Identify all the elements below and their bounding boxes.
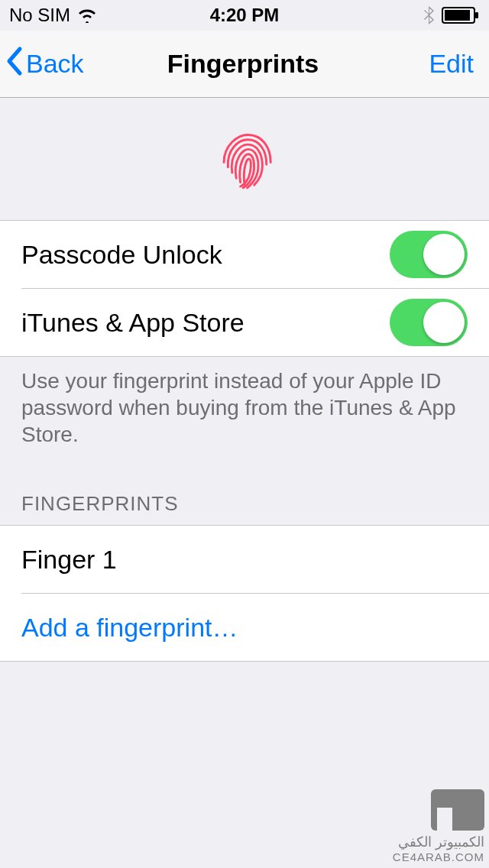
back-label: Back [26, 49, 84, 79]
svg-rect-2 [475, 12, 478, 18]
settings-group-fingerprints: Finger 1 Add a fingerprint… [0, 525, 489, 662]
nav-bar: Back Fingerprints Edit [0, 31, 489, 98]
status-time: 4:20 PM [210, 5, 280, 26]
watermark-line2: CE4ARAB.COM [393, 850, 484, 863]
watermark: الكمبيوتر الكفي CE4ARAB.COM [393, 789, 484, 863]
bluetooth-icon [423, 5, 436, 25]
row-fingerprint-1[interactable]: Finger 1 [0, 526, 489, 593]
edit-button[interactable]: Edit [429, 49, 481, 79]
add-fingerprint-label: Add a fingerprint… [21, 613, 238, 643]
chevron-left-icon [5, 46, 24, 83]
battery-icon [442, 7, 480, 24]
watermark-logo-icon [431, 789, 484, 831]
section-header-fingerprints: FINGERPRINTS [0, 471, 489, 525]
fingerprint-hero [0, 98, 489, 220]
fingerprint-icon [210, 125, 279, 193]
svg-rect-1 [445, 10, 470, 21]
row-label: Passcode Unlock [21, 240, 222, 270]
row-add-fingerprint[interactable]: Add a fingerprint… [0, 594, 489, 661]
page-title: Fingerprints [167, 49, 319, 79]
settings-group-toggles: Passcode Unlock iTunes & App Store [0, 220, 489, 357]
row-label: Finger 1 [21, 545, 117, 575]
status-bar: No SIM 4:20 PM [0, 0, 489, 31]
row-itunes-appstore: iTunes & App Store [0, 289, 489, 356]
carrier-label: No SIM [9, 5, 70, 26]
back-button[interactable]: Back [5, 46, 84, 83]
row-label: iTunes & App Store [21, 308, 244, 338]
wifi-icon [76, 8, 98, 23]
toggle-passcode-unlock[interactable] [390, 231, 468, 278]
section-footer-text: Use your fingerprint instead of your App… [0, 357, 489, 471]
watermark-line1: الكمبيوتر الكفي [393, 834, 484, 850]
toggle-itunes-appstore[interactable] [390, 299, 468, 346]
row-passcode-unlock: Passcode Unlock [0, 221, 489, 288]
